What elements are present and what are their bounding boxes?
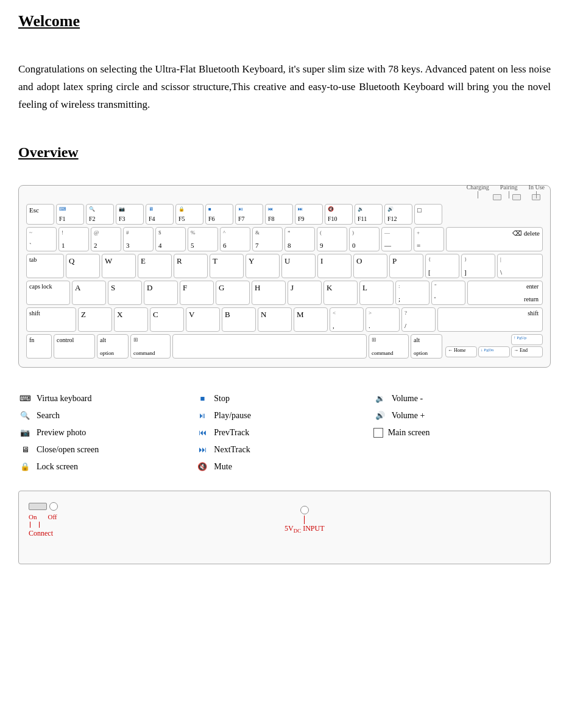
key-c[interactable]: C xyxy=(150,307,184,332)
legend-prev-track: ⏮ PrevTrack xyxy=(196,426,373,439)
lock-screen-icon: 🔒 xyxy=(18,460,32,474)
key-shift-right[interactable]: shift xyxy=(437,307,543,332)
legend-next-track-label: NextTrack xyxy=(214,445,250,455)
key-2[interactable]: @2 xyxy=(91,227,121,251)
keyboard-diagram: Esc ⌨ F1 🔍 F2 📷 F3 🖥 F4 🔒 xyxy=(18,185,551,368)
legend-virtual-keyboard: ⌨ Virtua keyboard xyxy=(18,392,196,405)
key-1[interactable]: !1 xyxy=(58,227,89,251)
key-9[interactable]: (9 xyxy=(317,227,347,251)
key-equals[interactable]: += xyxy=(414,227,444,251)
key-l[interactable]: L xyxy=(359,281,394,305)
prev-track-icon: ⏮ xyxy=(196,426,209,439)
key-end[interactable]: → End xyxy=(511,346,543,357)
key-tab[interactable]: tab xyxy=(26,254,64,278)
key-open-bracket[interactable]: {[ xyxy=(425,254,459,278)
volume-up-icon: 🔊 xyxy=(373,409,387,422)
key-esc[interactable]: Esc xyxy=(26,204,54,225)
on-label: On xyxy=(29,513,37,520)
key-b[interactable]: B xyxy=(222,307,256,332)
key-f7[interactable]: ⏯ F7 xyxy=(235,204,263,225)
key-f1[interactable]: ⌨ F1 xyxy=(56,204,84,225)
key-shift-left[interactable]: shift xyxy=(26,307,76,332)
key-j[interactable]: J xyxy=(288,281,322,305)
key-g[interactable]: G xyxy=(216,281,250,305)
key-comma[interactable]: <, xyxy=(330,307,364,332)
legend-lock-screen: 🔒 Lock screen xyxy=(18,460,196,474)
key-slash[interactable]: ?/ xyxy=(401,307,436,332)
key-k[interactable]: K xyxy=(323,281,358,305)
key-close-bracket[interactable]: }] xyxy=(461,254,495,278)
key-home[interactable]: ← Home xyxy=(445,346,477,357)
key-6[interactable]: ^6 xyxy=(220,227,250,251)
key-o[interactable]: O xyxy=(353,254,387,278)
key-0[interactable]: )0 xyxy=(349,227,380,251)
key-control[interactable]: control xyxy=(54,334,95,359)
key-tilde[interactable]: ~` xyxy=(26,227,57,251)
key-p[interactable]: P xyxy=(389,254,423,278)
key-pgup[interactable]: ↑ PgUp xyxy=(511,334,543,345)
legend-stop: ■ Stop xyxy=(196,392,373,405)
key-pgdn[interactable]: ↓ PgDn xyxy=(478,346,510,357)
key-f12[interactable]: 🔊 F12 xyxy=(384,204,412,225)
key-u[interactable]: U xyxy=(281,254,316,278)
legend-close-screen: 🖥 Close/open screen xyxy=(18,443,196,457)
key-t[interactable]: T xyxy=(210,254,244,278)
key-f10[interactable]: 🔇 F10 xyxy=(325,204,353,225)
close-screen-icon: 🖥 xyxy=(18,443,32,457)
key-z[interactable]: Z xyxy=(78,307,112,332)
key-f4[interactable]: 🖥 F4 xyxy=(146,204,174,225)
key-n[interactable]: N xyxy=(258,307,292,332)
key-f11[interactable]: 🔉 F11 xyxy=(355,204,383,225)
key-w[interactable]: W xyxy=(102,254,136,278)
key-f3[interactable]: 📷 F3 xyxy=(116,204,144,225)
key-3[interactable]: #3 xyxy=(123,227,154,251)
key-period[interactable]: >. xyxy=(366,307,400,332)
power-circle-graphic xyxy=(49,502,58,511)
key-f5[interactable]: 🔒 F5 xyxy=(175,204,203,225)
key-s[interactable]: S xyxy=(108,281,142,305)
key-x[interactable]: X xyxy=(114,307,148,332)
key-f8[interactable]: ⏮ F8 xyxy=(265,204,293,225)
key-alt-left[interactable]: altoption xyxy=(97,334,129,359)
key-h[interactable]: H xyxy=(252,281,286,305)
key-f6[interactable]: ■ F6 xyxy=(205,204,233,225)
intro-paragraph: Congratulations on selecting the Ultra-F… xyxy=(18,61,551,114)
legend-virtual-keyboard-label: Virtua keyboard xyxy=(37,394,92,404)
key-space[interactable] xyxy=(172,334,367,359)
key-5[interactable]: %5 xyxy=(188,227,218,251)
key-delete[interactable]: ⌫ delete xyxy=(446,227,543,251)
q-row: tab Q W E R T Y U I O P {[ }] |\ xyxy=(26,254,543,278)
search-icon: 🔍 xyxy=(18,409,32,422)
key-y[interactable]: Y xyxy=(246,254,280,278)
key-minus[interactable]: —— xyxy=(381,227,412,251)
key-f2[interactable]: 🔍 F2 xyxy=(86,204,114,225)
usb-input-section: 5VDC INPUT xyxy=(284,506,325,534)
key-command-right[interactable]: ⊞ command xyxy=(369,334,409,359)
key-f9[interactable]: ⏭ F9 xyxy=(295,204,323,225)
key-a[interactable]: A xyxy=(72,281,106,305)
key-q[interactable]: Q xyxy=(66,254,100,278)
key-capslock[interactable]: caps lock xyxy=(26,281,70,305)
key-alt-right[interactable]: altoption xyxy=(411,334,442,359)
key-m[interactable]: M xyxy=(294,307,328,332)
key-legend: ⌨ Virtua keyboard ■ Stop 🔉 Volume - 🔍 Se… xyxy=(18,392,551,474)
key-4[interactable]: $4 xyxy=(155,227,186,251)
key-f[interactable]: F xyxy=(180,281,214,305)
key-semicolon[interactable]: :; xyxy=(395,281,429,305)
key-i[interactable]: I xyxy=(317,254,352,278)
key-e[interactable]: E xyxy=(138,254,172,278)
key-8[interactable]: *8 xyxy=(284,227,315,251)
key-command-left[interactable]: ⊞ command xyxy=(130,334,171,359)
key-r[interactable]: R xyxy=(174,254,208,278)
key-power[interactable]: □ xyxy=(414,204,442,225)
key-quote[interactable]: "' xyxy=(431,281,465,305)
legend-next-track: ⏭ NextTrack xyxy=(196,443,373,457)
fn-key-row: Esc ⌨ F1 🔍 F2 📷 F3 🖥 F4 🔒 xyxy=(26,204,543,225)
key-fn[interactable]: fn xyxy=(26,334,52,359)
key-backslash[interactable]: |\ xyxy=(497,254,543,278)
legend-main-screen: Main screen xyxy=(373,426,551,439)
key-v[interactable]: V xyxy=(186,307,220,332)
key-enter[interactable]: enterreturn xyxy=(467,281,543,305)
key-7[interactable]: &7 xyxy=(252,227,283,251)
key-d[interactable]: D xyxy=(144,281,178,305)
